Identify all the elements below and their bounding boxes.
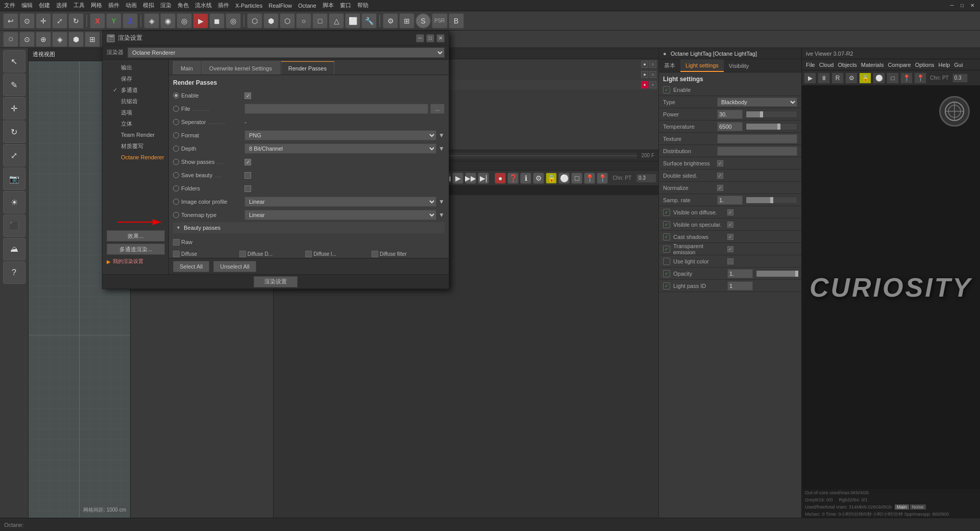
rp-format-radio[interactable] (173, 132, 179, 138)
rp-enable-radio[interactable] (173, 92, 179, 99)
rp-depth-select[interactable]: 8 Bit/Channel (244, 143, 436, 154)
tb-c[interactable]: ⬡ (280, 13, 295, 29)
rp-colorprofile-radio[interactable] (173, 199, 179, 205)
nav-aa[interactable]: 抗锯齿 (103, 95, 168, 107)
tb-undo[interactable]: ↩ (3, 13, 18, 29)
ls-dist-slot[interactable] (717, 147, 797, 156)
octane-settings-btn[interactable]: ⚙ (533, 173, 544, 184)
ls-temp-input[interactable] (717, 122, 743, 131)
tb-l[interactable]: B (449, 13, 464, 29)
ls-cast-check[interactable]: ✓ (727, 234, 733, 240)
menu-select[interactable]: 选择 (56, 2, 67, 9)
eye-icon-main[interactable]: ● (641, 81, 648, 88)
rp-file-browse-btn[interactable]: ... (430, 104, 445, 114)
oct-menu-gui[interactable]: Gui (954, 62, 963, 68)
tb-render2[interactable]: ◼ (209, 13, 225, 29)
tool-move[interactable]: ✛ (3, 97, 26, 119)
lock-icon-1[interactable]: ○ (649, 71, 656, 78)
oct-main-tab[interactable]: Main (895, 504, 909, 510)
oct-menu-options[interactable]: Options (915, 62, 935, 68)
rp-file-input[interactable] (244, 104, 428, 114)
oct-play-btn[interactable]: ▶ (804, 73, 816, 84)
ls-trans-enable[interactable]: ✓ (663, 246, 670, 253)
octane-pin-btn[interactable]: 📍 (584, 173, 595, 184)
multi-render-btn[interactable]: 多通道渲染... (107, 244, 165, 255)
tb-j[interactable]: ⊞ (399, 13, 414, 29)
menu-help[interactable]: 帮助 (357, 2, 369, 9)
menu-plugin2[interactable]: 插件 (218, 2, 229, 9)
tb-obj3[interactable]: ◎ (177, 13, 192, 29)
ls-passid-enable[interactable]: ✓ (663, 282, 670, 289)
tb-render3[interactable]: ◎ (226, 13, 241, 29)
tb2-d[interactable]: ◈ (52, 32, 67, 47)
menu-window[interactable]: 窗口 (340, 2, 351, 9)
rp-tonemap-select[interactable]: Linear (244, 210, 436, 220)
menu-sim[interactable]: 模拟 (143, 2, 154, 9)
octane-stop-btn[interactable]: ❓ (507, 173, 519, 184)
nav-save[interactable]: 保存 (103, 73, 168, 84)
tool-extra[interactable]: ? (3, 261, 26, 284)
tb2-e[interactable]: ⬢ (68, 32, 84, 47)
ls-usecolor-enable[interactable] (663, 258, 670, 265)
menu-edit[interactable]: 编辑 (21, 2, 33, 9)
select-all-btn[interactable]: Select All (173, 261, 209, 272)
tab-render-passes[interactable]: Render Passes (281, 61, 334, 75)
rp-depth-radio[interactable] (173, 146, 179, 152)
rp-showpasses-check[interactable]: ✓ (244, 159, 251, 165)
nav-octane[interactable]: Octane Renderer (103, 152, 168, 163)
ls-surface-check[interactable]: ✓ (717, 160, 723, 166)
tb-x[interactable]: X (90, 13, 105, 29)
window-minimize[interactable]: ─ (948, 2, 955, 9)
tb-z[interactable]: Z (122, 13, 138, 29)
menu-script[interactable]: 脚本 (323, 2, 334, 9)
tool-camera[interactable]: 📷 (3, 167, 26, 190)
rp-colorprofile-select[interactable]: Linear (244, 197, 436, 207)
rp-savebeauty-check[interactable] (244, 172, 251, 179)
tool-paint[interactable]: ✎ (3, 74, 26, 96)
bi-diffuse-filter-check[interactable] (372, 251, 378, 257)
ls-vis-spec-enable[interactable]: ✓ (663, 221, 670, 228)
tb2-a[interactable]: ⬡ (3, 32, 18, 47)
unselect-all-btn[interactable]: Unselect All (213, 261, 256, 272)
oct-settings-btn2[interactable]: ⚙ (845, 73, 857, 84)
tool-rotate[interactable]: ↻ (3, 120, 26, 143)
dialog-maximize-btn[interactable]: □ (426, 34, 434, 42)
octane-info-btn[interactable]: ℹ (520, 173, 531, 184)
oct-sphere-btn2[interactable]: ⚪ (873, 73, 885, 84)
tb-rotate[interactable]: ↻ (68, 13, 84, 29)
oct-menu-materials[interactable]: Materials (861, 62, 884, 68)
tb-g[interactable]: ⬜ (345, 13, 360, 29)
menu-octane[interactable]: Octane (298, 3, 316, 9)
ls-enable-check[interactable]: ✓ (663, 86, 670, 93)
nav-multichannel[interactable]: ✓ 多通道 (103, 84, 168, 95)
tab-overwrite[interactable]: Overwrite kernel Settings (202, 61, 280, 75)
nav-matoverride[interactable]: 材质覆写 (103, 140, 168, 152)
oct-noise-tab[interactable]: Noise (910, 504, 926, 510)
ls-power-slider[interactable] (746, 111, 797, 118)
tool-select[interactable]: ↖ (3, 50, 26, 73)
effects-btn[interactable]: 效果... (107, 230, 165, 242)
menu-pipeline[interactable]: 流水线 (195, 2, 212, 9)
nav-output[interactable]: 输出 (103, 62, 168, 73)
octane-render-btn[interactable]: ● (495, 173, 506, 184)
ls-vis-diff-enable[interactable]: ✓ (663, 209, 670, 216)
nav-team[interactable]: Team Render (103, 129, 168, 140)
oct-sq-btn2[interactable]: □ (887, 73, 899, 84)
tb-h[interactable]: 🔧 (361, 13, 377, 29)
oct-menu-objects[interactable]: Objects (838, 62, 856, 68)
tab-main[interactable]: Main (173, 61, 201, 75)
ls-temp-slider[interactable] (746, 123, 797, 130)
lock-icon-main[interactable]: ○ (649, 81, 656, 88)
ls-samp-input[interactable] (717, 196, 743, 205)
rp-folders-check[interactable] (244, 185, 251, 192)
ls-power-input[interactable] (717, 110, 743, 119)
play-end-btn[interactable]: ▶| (478, 173, 489, 184)
menu-xparticles[interactable]: X-Particles (235, 3, 262, 9)
tb-d[interactable]: ○ (296, 13, 311, 29)
bi-diffuse-check[interactable] (173, 251, 180, 257)
ls-opacity-enable[interactable]: ✓ (663, 270, 670, 277)
rp-savebeauty-radio[interactable] (173, 172, 179, 178)
menu-tools[interactable]: 工具 (74, 2, 85, 9)
bi-diffuse-l-check[interactable] (305, 251, 312, 257)
ls-texture-slot[interactable] (717, 134, 797, 143)
